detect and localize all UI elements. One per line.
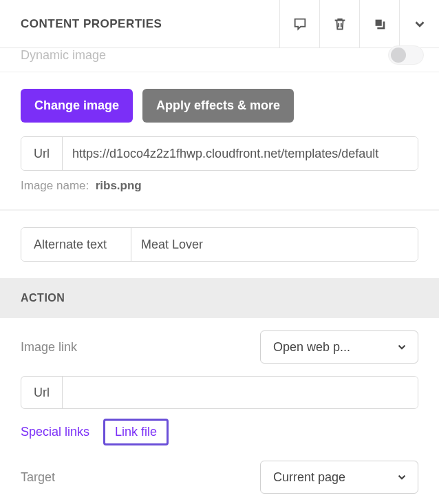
link-options-row: Special links Link file (0, 416, 439, 445)
duplicate-button[interactable] (359, 0, 399, 48)
action-section-header: ACTION (0, 278, 439, 318)
dynamic-image-toggle[interactable] (388, 45, 424, 65)
action-url-row: Url (0, 364, 439, 416)
comment-icon (292, 17, 308, 32)
dynamic-image-label: Dynamic image (21, 48, 106, 63)
image-link-row: Image link Open web p... (0, 318, 439, 364)
chevron-down-icon (396, 341, 408, 353)
image-url-input[interactable] (63, 137, 418, 170)
action-url-label: Url (21, 377, 63, 408)
delete-button[interactable] (319, 0, 359, 48)
apply-effects-button[interactable]: Apply effects & more (142, 89, 294, 123)
chevron-down-icon (412, 17, 427, 32)
image-link-label: Image link (21, 340, 77, 355)
image-link-select[interactable]: Open web p... (260, 330, 418, 364)
image-name-value: ribs.png (96, 179, 142, 192)
target-value: Current page (273, 470, 345, 485)
image-name-row: Image name: ribs.png (0, 176, 439, 209)
header-actions (279, 0, 439, 48)
chevron-down-icon (396, 471, 408, 483)
dynamic-image-row: Dynamic image (0, 45, 439, 72)
image-url-field: Url (21, 136, 418, 171)
action-url-input[interactable] (63, 377, 418, 408)
target-row: Target Current page (0, 445, 439, 494)
duplicate-icon (372, 17, 387, 32)
comment-button[interactable] (279, 0, 319, 48)
special-links-link[interactable]: Special links (21, 425, 89, 439)
alt-text-label: Alternate text (21, 228, 131, 261)
collapse-button[interactable] (399, 0, 439, 48)
trash-icon (332, 17, 347, 32)
image-buttons: Change image Apply effects & more (0, 72, 439, 136)
panel-header: CONTENT PROPERTIES (0, 0, 439, 48)
alt-text-input[interactable] (131, 228, 418, 261)
svg-rect-1 (374, 19, 382, 26)
change-image-button[interactable]: Change image (21, 89, 133, 123)
alt-text-row: Alternate text (0, 211, 439, 278)
image-name-label: Image name: (21, 179, 89, 192)
toggle-knob (391, 48, 406, 63)
panel-title: CONTENT PROPERTIES (21, 17, 162, 31)
target-select[interactable]: Current page (260, 461, 418, 494)
image-link-value: Open web p... (273, 340, 350, 355)
link-file-button[interactable]: Link file (103, 419, 169, 445)
image-url-label: Url (21, 137, 63, 170)
target-label: Target (21, 470, 55, 485)
